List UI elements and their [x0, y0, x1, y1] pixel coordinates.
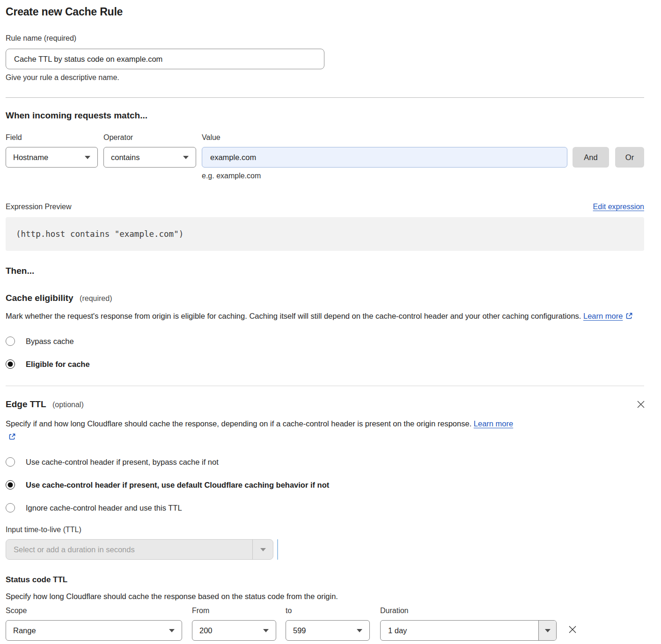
from-label: From — [192, 607, 276, 615]
from-column: From 200 — [192, 607, 276, 641]
chevron-down-icon — [260, 548, 266, 551]
status-code-ttl-description: Specify how long Cloudflare should cache… — [6, 592, 644, 601]
edge-ttl-heading: Edge TTL — [6, 399, 46, 409]
description-text: Mark whether the request's response from… — [6, 312, 581, 320]
field-column: Field Hostname — [6, 133, 98, 180]
radio-option-bypass-cache[interactable]: Bypass cache — [6, 337, 644, 346]
chevron-down-icon — [85, 156, 90, 159]
and-button[interactable]: And — [573, 147, 609, 168]
description-text: Specify if and how long Cloudflare shoul… — [6, 419, 471, 428]
rule-name-help: Give your rule a descriptive name. — [6, 73, 644, 82]
expression-header: Expression Preview Edit expression — [6, 203, 644, 211]
status-code-ttl-heading: Status code TTL — [6, 575, 644, 585]
value-column: Value e.g. example.com — [202, 133, 567, 180]
chevron-down-icon — [545, 629, 551, 632]
label-spacer — [567, 133, 609, 147]
cache-eligibility-heading: Cache eligibility — [6, 293, 73, 303]
ttl-placeholder: Select or add a duration in seconds — [6, 540, 252, 559]
external-link-icon — [625, 310, 633, 323]
required-badge: (required) — [80, 294, 112, 302]
radio-label: Bypass cache — [26, 337, 74, 346]
edge-ttl-description: Specify if and how long Cloudflare shoul… — [6, 417, 521, 444]
status-code-ttl-row: Scope Range From 200 to 599 Duration 1 d… — [6, 607, 644, 641]
remove-status-ttl-button[interactable] — [567, 624, 578, 637]
radio-option-ignore-header[interactable]: Ignore cache-control header and use this… — [6, 503, 644, 512]
expression-code: (http.host contains "example.com") — [16, 229, 184, 239]
scope-select[interactable]: Range — [6, 620, 182, 641]
edge-ttl-title-group: Edge TTL (optional) — [6, 399, 84, 410]
chevron-down-icon — [169, 629, 175, 632]
value-input[interactable] — [202, 147, 567, 168]
close-edge-ttl-button[interactable] — [636, 399, 646, 411]
radio-icon — [6, 503, 15, 512]
radio-label: Use cache-control header if present, use… — [26, 481, 329, 490]
radio-option-eligible-for-cache[interactable]: Eligible for cache — [6, 359, 644, 369]
from-select-value: 200 — [199, 626, 213, 635]
focus-indicator — [277, 539, 278, 560]
to-select[interactable]: 599 — [286, 620, 370, 641]
optional-badge: (optional) — [52, 401, 84, 409]
ttl-combo-row: Select or add a duration in seconds — [6, 539, 644, 560]
from-select[interactable]: 200 — [192, 620, 276, 641]
chevron-down-icon — [357, 629, 362, 632]
then-heading: Then... — [6, 266, 644, 276]
rule-name-input[interactable] — [6, 49, 324, 69]
match-heading: When incoming requests match... — [6, 110, 644, 121]
radio-icon — [6, 337, 15, 346]
ttl-input-label: Input time-to-live (TTL) — [6, 526, 644, 534]
value-label: Value — [202, 133, 567, 142]
external-link-icon — [8, 431, 16, 444]
duration-label: Duration — [380, 607, 557, 615]
expression-code-block: (http.host contains "example.com") — [6, 217, 644, 251]
scope-column: Scope Range — [6, 607, 182, 641]
radio-option-use-header-bypass[interactable]: Use cache-control header if present, byp… — [6, 457, 644, 467]
section-divider — [6, 386, 644, 386]
and-column: And — [567, 133, 609, 180]
operator-column: Operator contains — [103, 133, 196, 180]
value-help: e.g. example.com — [202, 172, 567, 180]
radio-label: Eligible for cache — [26, 360, 90, 369]
learn-more-link[interactable]: Learn more — [474, 419, 513, 428]
learn-more-link[interactable]: Learn more — [583, 312, 623, 320]
to-select-value: 599 — [293, 626, 306, 635]
cache-eligibility-description: Mark whether the request's response from… — [6, 309, 644, 323]
to-label: to — [286, 607, 370, 615]
page-title: Create new Cache Rule — [6, 6, 644, 18]
to-column: to 599 — [286, 607, 370, 641]
rule-name-label: Rule name (required) — [6, 34, 644, 43]
expression-preview-label: Expression Preview — [6, 203, 72, 211]
operator-label: Operator — [103, 133, 196, 142]
edit-expression-link[interactable]: Edit expression — [593, 203, 644, 211]
dropdown-arrow-section — [538, 621, 556, 640]
radio-label: Ignore cache-control header and use this… — [26, 504, 182, 512]
radio-icon — [6, 457, 15, 467]
chevron-down-icon — [183, 156, 189, 159]
field-select[interactable]: Hostname — [6, 147, 98, 168]
duration-select-value: 1 day — [381, 621, 538, 640]
close-icon — [637, 403, 645, 410]
operator-select-value: contains — [111, 153, 140, 162]
chevron-down-icon — [263, 629, 269, 632]
label-spacer — [609, 133, 644, 147]
scope-select-value: Range — [13, 626, 36, 635]
dropdown-arrow-section — [252, 540, 273, 559]
ttl-duration-select[interactable]: Select or add a duration in seconds — [6, 539, 273, 560]
match-condition-row: Field Hostname Operator contains Value e… — [6, 133, 644, 180]
radio-label: Use cache-control header if present, byp… — [26, 458, 219, 467]
or-column: Or — [609, 133, 644, 180]
duration-select[interactable]: 1 day — [380, 620, 557, 641]
radio-checked-icon — [6, 359, 15, 369]
or-button[interactable]: Or — [615, 147, 644, 168]
section-divider — [6, 97, 644, 98]
radio-option-use-header-default[interactable]: Use cache-control header if present, use… — [6, 480, 644, 490]
radio-checked-icon — [6, 480, 15, 490]
close-icon — [568, 629, 577, 636]
field-select-value: Hostname — [13, 153, 48, 162]
operator-select[interactable]: contains — [103, 147, 196, 168]
edge-ttl-header: Edge TTL (optional) — [6, 399, 644, 411]
field-label: Field — [6, 133, 98, 142]
create-cache-rule-form: Create new Cache Rule Rule name (require… — [0, 0, 661, 641]
duration-column: Duration 1 day — [380, 607, 557, 641]
cache-eligibility-header: Cache eligibility (required) — [6, 293, 644, 303]
scope-label: Scope — [6, 607, 182, 615]
